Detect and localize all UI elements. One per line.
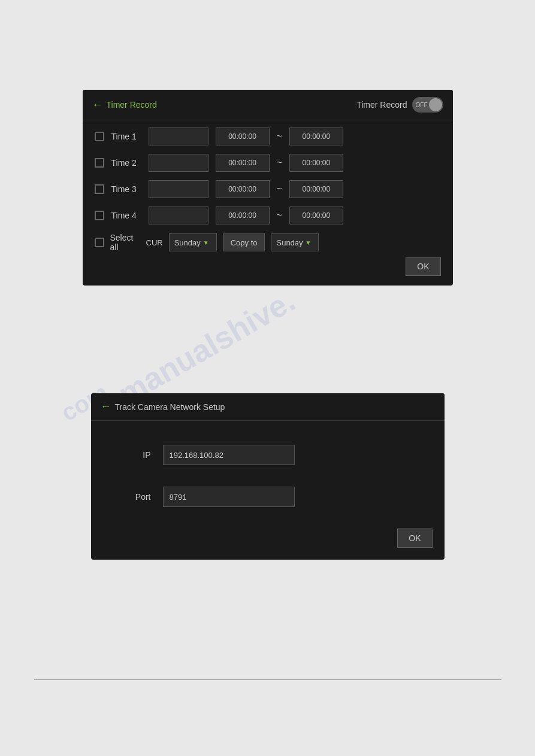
timer-record-panel: ← Timer Record Timer Record OFF Time 1 ~ <box>83 90 453 286</box>
timer-back-button[interactable]: ← Timer Record <box>92 99 157 111</box>
timer-ok-button[interactable]: OK <box>406 257 440 276</box>
track-ok-container: OK <box>103 529 433 548</box>
timer-ok-container: OK <box>95 257 441 276</box>
time2-name-input[interactable] <box>149 154 208 172</box>
port-label: Port <box>103 492 151 502</box>
time4-name-input[interactable] <box>149 207 208 224</box>
port-input[interactable] <box>163 487 295 507</box>
time1-checkbox[interactable] <box>95 132 104 141</box>
time3-checkbox[interactable] <box>95 184 104 194</box>
back-arrow-icon: ← <box>92 99 103 111</box>
toggle-knob <box>429 98 442 111</box>
timer-record-header: ← Timer Record Timer Record OFF <box>83 90 453 120</box>
from-day-dropdown[interactable]: Sunday ▼ <box>169 233 217 251</box>
time3-name-input[interactable] <box>149 180 208 198</box>
timer-panel-body: Time 1 ~ Time 2 ~ Time 3 ~ <box>83 120 453 286</box>
ip-label: IP <box>103 450 151 460</box>
time-row-1: Time 1 ~ <box>95 127 441 145</box>
time3-start-input[interactable] <box>216 180 270 198</box>
time2-tilde: ~ <box>277 157 282 168</box>
timer-toggle-switch[interactable]: OFF <box>412 97 443 113</box>
time-row-4: Time 4 ~ <box>95 207 441 224</box>
track-header: ← Track Camera Network Setup <box>91 393 445 421</box>
to-day-dropdown[interactable]: Sunday ▼ <box>271 233 319 251</box>
ip-input[interactable] <box>163 445 295 465</box>
ip-field-row: IP <box>103 445 433 465</box>
copy-to-button[interactable]: Copy to <box>223 233 265 251</box>
from-day-arrow-icon: ▼ <box>203 239 209 246</box>
time4-end-input[interactable] <box>289 207 343 224</box>
track-ok-button[interactable]: OK <box>397 529 432 548</box>
port-field-row: Port <box>103 487 433 507</box>
time4-label: Time 4 <box>111 211 141 220</box>
time4-start-input[interactable] <box>216 207 270 224</box>
time4-checkbox[interactable] <box>95 211 104 220</box>
timer-bottom-row: Select all CUR Sunday ▼ Copy to Sunday ▼ <box>95 233 441 252</box>
track-panel-body: IP Port OK <box>91 421 445 560</box>
toggle-off-text: OFF <box>416 102 428 108</box>
time-row-2: Time 2 ~ <box>95 154 441 172</box>
time3-end-input[interactable] <box>289 180 343 198</box>
timer-back-label: Timer Record <box>107 100 157 110</box>
timer-toggle-container: Timer Record OFF <box>356 97 443 113</box>
track-header-title: Track Camera Network Setup <box>115 402 225 412</box>
time1-start-input[interactable] <box>216 127 270 145</box>
time1-label: Time 1 <box>111 132 141 141</box>
time1-name-input[interactable] <box>149 127 208 145</box>
to-day-arrow-icon: ▼ <box>306 239 312 246</box>
time3-label: Time 3 <box>111 184 141 194</box>
time3-tilde: ~ <box>277 184 282 195</box>
page-bottom-divider <box>34 679 501 680</box>
timer-toggle-label: Timer Record <box>356 100 407 110</box>
track-camera-panel: ← Track Camera Network Setup IP Port OK <box>91 393 445 560</box>
select-all-checkbox[interactable] <box>95 238 104 247</box>
time2-start-input[interactable] <box>216 154 270 172</box>
cur-label: CUR <box>146 238 163 247</box>
from-day-value: Sunday <box>174 238 201 247</box>
to-day-value: Sunday <box>276 238 303 247</box>
track-back-arrow-icon: ← <box>101 400 111 413</box>
time1-end-input[interactable] <box>289 127 343 145</box>
time2-end-input[interactable] <box>289 154 343 172</box>
time4-tilde: ~ <box>277 210 282 221</box>
time1-tilde: ~ <box>277 131 282 142</box>
time2-label: Time 2 <box>111 158 141 168</box>
time-row-3: Time 3 ~ <box>95 180 441 198</box>
time2-checkbox[interactable] <box>95 158 104 168</box>
select-all-label: Select all <box>110 233 140 252</box>
